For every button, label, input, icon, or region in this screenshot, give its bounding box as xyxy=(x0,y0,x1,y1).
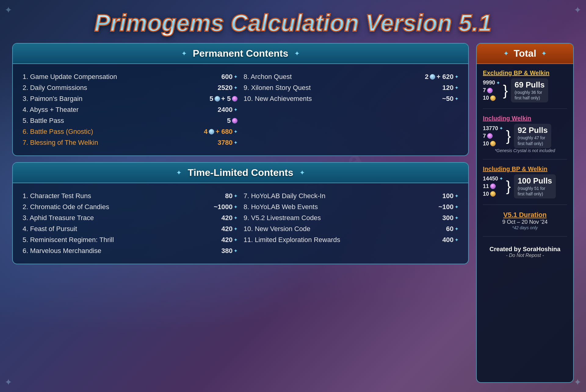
permanent-contents-body: 1. Game Update Compensation 600 ✦ 2. Dai… xyxy=(13,64,468,155)
perm-item-4: 4. Abyss + Theater 2400 ✦ xyxy=(23,104,237,115)
permanent-right-col: 8. Archon Quest 2 + 620 ✦ 9. Xilonen Sto… xyxy=(244,71,458,148)
excl-primogems: 9990 ✦ xyxy=(483,80,500,86)
excl-brace: } xyxy=(503,83,508,98)
perm-item-10: 10. New Achievements ~50 ✦ xyxy=(244,93,458,104)
permanent-contents-grid: 1. Game Update Compensation 600 ✦ 2. Dai… xyxy=(23,71,458,148)
incl-welkin-intertwined: 7 xyxy=(483,133,503,139)
divider-3 xyxy=(483,205,567,205)
timelimited-contents-title: Time-Limited Contents xyxy=(188,167,293,178)
duration-note: *42 days only xyxy=(483,225,567,230)
tl-item-4: 4. Feast of Pursuit 420 ✦ xyxy=(23,223,237,234)
incl-bp-genesis: 10 xyxy=(483,191,503,197)
permanent-contents-header: ✦ Permanent Contents ✦ xyxy=(13,44,468,64)
incl-bp-welkin-pulls-row: 14450 ✦ 11 10 } 1 xyxy=(483,174,567,198)
timelimited-left-col: 1. Character Test Runs 80 ✦ 2. Chromatic… xyxy=(23,191,237,256)
perm-item-2: 2. Daily Commissions 2520 ✦ xyxy=(23,82,237,93)
incl-welkin-title: Including Welkin xyxy=(483,115,567,122)
tl-item-5: 5. Reminiscent Regimen: Thrill 420 ✦ xyxy=(23,234,237,245)
excl-genesis: 10 xyxy=(483,95,500,101)
perm-item-8: 8. Archon Quest 2 + 620 ✦ xyxy=(244,71,458,82)
incl-welkin-brace: } xyxy=(506,129,511,143)
perm-item-6: 6. Battle Pass (Gnostic) 4 + 680 ✦ xyxy=(23,126,237,137)
incl-bp-intertwined: 11 xyxy=(483,183,503,190)
incl-welkin-pulls-row: 13770 ✦ 7 10 } 92 xyxy=(483,124,567,148)
tl-item-11: 11. Limited Exploration Rewards 400 ✦ xyxy=(244,234,458,245)
duration-title: V5.1 Duration xyxy=(483,211,567,219)
duration-section: V5.1 Duration 9 Oct – 20 Nov '24 *42 day… xyxy=(483,211,567,230)
total-header-title: Total xyxy=(514,48,536,59)
excl-bp-welkin-title: Excluding BP & Welkin xyxy=(483,69,567,77)
timelimited-contents-card: ✦ Time-Limited Contents ✦ 1. Character T… xyxy=(12,162,469,264)
tl-header-diamond-right: ✦ xyxy=(299,169,305,177)
incl-bp-brace: } xyxy=(506,179,511,194)
excl-intertwined: 7 xyxy=(483,87,500,94)
tl-item-2: 2. Chromatic Ode of Candies ~1000 ✦ xyxy=(23,201,237,212)
header-diamond-right: ✦ xyxy=(294,50,300,58)
divider-2 xyxy=(483,159,567,159)
timelimited-right-col: 7. HoYoLAB Daily Check-In 100 ✦ 8. HoYoL… xyxy=(244,191,458,256)
tl-item-1: 1. Character Test Runs 80 ✦ xyxy=(23,191,237,201)
timelimited-contents-header: ✦ Time-Limited Contents ✦ xyxy=(13,163,468,183)
creator-name: Created by SoraHoshina xyxy=(483,246,567,253)
tl-item-7: 7. HoYoLAB Daily Check-In 100 ✦ xyxy=(244,191,458,201)
incl-bp-welkin-section: Including BP & Welkin 14450 ✦ 11 xyxy=(483,166,567,198)
perm-item-9: 9. Xilonen Story Quest 120 ✦ xyxy=(244,82,458,93)
incl-welkin-currency-stack: 13770 ✦ 7 10 xyxy=(483,125,503,147)
perm-item-7: 7. Blessing of The Welkin 3780 ✦ xyxy=(23,137,237,148)
page-title: Primogems Calculation Version 5.1 xyxy=(12,9,574,37)
tl-item-6: 6. Marvelous Merchandise 380 ✦ xyxy=(23,245,237,256)
perm-item-5: 5. Battle Pass 5 xyxy=(23,115,237,126)
do-not-repost: - Do Not Repost - xyxy=(483,253,567,258)
total-card: ✦ Total ✦ Excluding BP & Welkin 9990 ✦ xyxy=(476,43,574,383)
total-header: ✦ Total ✦ xyxy=(477,44,573,64)
divider-1 xyxy=(483,109,567,109)
content-area: ✦ Permanent Contents ✦ 1. Game Update Co… xyxy=(12,43,574,383)
excl-bp-welkin-pulls-row: 9990 ✦ 7 10 } 69 xyxy=(483,78,567,102)
incl-bp-primogems: 14450 ✦ xyxy=(483,176,503,182)
permanent-contents-card: ✦ Permanent Contents ✦ 1. Game Update Co… xyxy=(12,43,469,156)
perm-item-1: 1. Game Update Compensation 600 ✦ xyxy=(23,71,237,82)
total-body: Excluding BP & Welkin 9990 ✦ 7 1 xyxy=(477,64,573,264)
incl-bp-pulls-info: 100 Pulls (roughly 51 forfirst half only… xyxy=(514,174,556,198)
excl-bp-welkin-section: Excluding BP & Welkin 9990 ✦ 7 1 xyxy=(483,69,567,102)
main-container: Primogems Calculation Version 5.1 ✦ Perm… xyxy=(0,0,586,392)
timelimited-contents-grid: 1. Character Test Runs 80 ✦ 2. Chromatic… xyxy=(23,191,458,256)
duration-dates: 9 Oct – 20 Nov '24 xyxy=(483,219,567,225)
incl-welkin-pulls-info: 92 Pulls (roughly 47 forfirst half only) xyxy=(514,124,551,148)
creator-section: Created by SoraHoshina - Do Not Repost - xyxy=(483,246,567,258)
incl-welkin-primogems: 13770 ✦ xyxy=(483,125,503,132)
tl-item-10: 10. New Version Code 60 ✦ xyxy=(244,223,458,234)
incl-welkin-genesis: 10 xyxy=(483,141,503,147)
perm-item-3: 3. Paimon's Bargain 5 + 5 xyxy=(23,93,237,104)
left-column: ✦ Permanent Contents ✦ 1. Game Update Co… xyxy=(12,43,469,383)
tl-item-9: 9. V5.2 Livestream Codes 300 ✦ xyxy=(244,212,458,223)
divider-4 xyxy=(483,236,567,237)
genesis-note: *Genesis Crystal is not included xyxy=(483,148,567,153)
tl-item-8: 8. HoYoLAB Web Events ~100 ✦ xyxy=(244,201,458,212)
incl-welkin-section: Including Welkin 13770 ✦ 7 10 xyxy=(483,115,567,153)
permanent-contents-title: Permanent Contents xyxy=(193,48,288,59)
tl-item-3: 3. Aphid Treasure Trace 420 ✦ xyxy=(23,212,237,223)
tl-header-diamond-left: ✦ xyxy=(176,169,182,177)
total-diamond-right: ✦ xyxy=(541,50,547,58)
incl-bp-welkin-title: Including BP & Welkin xyxy=(483,166,567,173)
total-diamond-left: ✦ xyxy=(503,50,509,58)
excl-currency-stack: 9990 ✦ 7 10 xyxy=(483,80,500,101)
permanent-left-col: 1. Game Update Compensation 600 ✦ 2. Dai… xyxy=(23,71,237,148)
header-diamond-left: ✦ xyxy=(181,50,187,58)
timelimited-contents-body: 1. Character Test Runs 80 ✦ 2. Chromatic… xyxy=(13,183,468,264)
excl-pulls-info: 69 Pulls (roughly 36 forfirst half only) xyxy=(511,78,548,102)
right-column: ✦ Total ✦ Excluding BP & Welkin 9990 ✦ xyxy=(476,43,574,383)
incl-bp-currency-stack: 14450 ✦ 11 10 xyxy=(483,176,503,197)
